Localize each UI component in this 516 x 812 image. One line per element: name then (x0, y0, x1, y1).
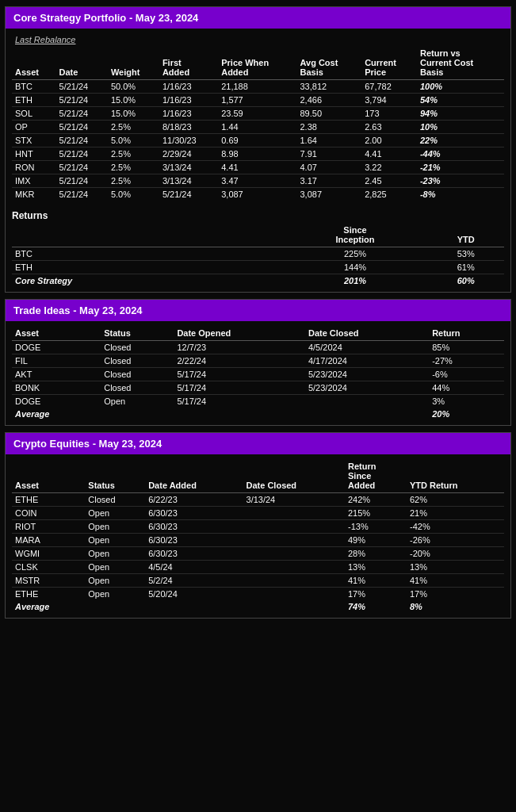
td-ti-date-closed: 4/5/2024 (305, 341, 429, 354)
td-ce-asset: COIN (12, 507, 85, 520)
th-ce-return-since-added: ReturnSinceAdded (345, 459, 407, 493)
td-price-when-added: 1,577 (218, 94, 296, 107)
td-ce-return-since-added: -13% (345, 520, 407, 534)
th-avg-cost-basis: Avg CostBasis (296, 46, 361, 80)
th-ce-asset: Asset (12, 459, 85, 493)
trade-ideas-header: Trade Ideas - May 23, 2024 (6, 300, 510, 321)
core-strategy-title: Core Strategy Portfolio - May 23, 2024 (13, 12, 198, 24)
td-avg-cost-basis: 89.50 (296, 107, 361, 121)
td-ce-date-added: 6/30/23 (145, 547, 243, 561)
td-ce-date-closed (243, 507, 345, 520)
td-weight: 2.5% (108, 147, 159, 161)
td-ytd: 60% (427, 274, 504, 288)
td-price-when-added: 1.44 (218, 121, 296, 134)
th-asset: Asset (12, 46, 56, 80)
td-ce-return-since-added: 17% (345, 588, 407, 601)
td-current-price: 3,794 (361, 94, 417, 107)
table-row: MKR 5/21/24 5.0% 5/21/24 3,087 3,087 2,8… (12, 188, 504, 201)
td-ti-date-opened: 5/17/24 (174, 368, 305, 381)
table-row: CLSK Open 4/5/24 13% 13% (12, 561, 504, 574)
core-strategy-header: Core Strategy Portfolio - May 23, 2024 (6, 7, 510, 29)
returns-row: Core Strategy 201% 60% (12, 274, 504, 288)
td-first-added: 8/18/23 (159, 121, 218, 134)
td-ti-status: Open (101, 395, 174, 408)
table-row: DOGE Open 5/17/24 3% (12, 395, 504, 408)
td-ti-return: 44% (429, 381, 504, 395)
td-ce-date-closed (243, 574, 345, 588)
td-date: 5/21/24 (56, 188, 108, 201)
core-strategy-header-row: Asset Date Weight FirstAdded Price WhenA… (12, 46, 504, 80)
td-ce-asset: WGMI (12, 547, 85, 561)
table-row: WGMI Open 6/30/23 28% -20% (12, 547, 504, 561)
th-since-inception: SinceInception (283, 223, 428, 247)
th-ce-status: Status (85, 459, 145, 493)
td-ce-return-since-added: 13% (345, 561, 407, 574)
core-strategy-table: Asset Date Weight FirstAdded Price WhenA… (12, 46, 504, 201)
td-ti-return: -6% (429, 368, 504, 381)
core-strategy-section: Core Strategy Portfolio - May 23, 2024 L… (5, 6, 511, 293)
th-ti-date-closed: Date Closed (305, 326, 429, 341)
th-date: Date (56, 46, 108, 80)
td-ce-ytd-return: 21% (407, 507, 504, 520)
returns-row: BTC 225% 53% (12, 247, 504, 261)
td-current-price: 4.41 (361, 147, 417, 161)
td-ce-return-since-added: 41% (345, 574, 407, 588)
trade-ideas-section: Trade Ideas - May 23, 2024 Asset Status … (5, 299, 511, 426)
td-first-added: 1/16/23 (159, 94, 218, 107)
td-return: 100% (417, 80, 504, 94)
td-return: 22% (417, 134, 504, 147)
th-ti-date-opened: Date Opened (174, 326, 305, 341)
td-ce-date-added: 6/22/23 (145, 493, 243, 507)
td-ce-return-since-added: 242% (345, 493, 407, 507)
th-ytd: YTD (427, 223, 504, 247)
crypto-equities-average-label: Average (12, 600, 85, 613)
td-current-price: 2,825 (361, 188, 417, 201)
td-ce-date-added: 5/20/24 (145, 588, 243, 601)
crypto-equities-table: Asset Status Date Added Date Closed Retu… (12, 459, 504, 613)
table-row: MSTR Open 5/2/24 41% 41% (12, 574, 504, 588)
td-asset: OP (12, 121, 56, 134)
td-avg-cost-basis: 3,087 (296, 188, 361, 201)
td-avg-cost-basis: 2.38 (296, 121, 361, 134)
td-price-when-added: 21,188 (218, 80, 296, 94)
crypto-equities-avg-ytd-return: 8% (407, 600, 504, 613)
td-ti-avg-empty2 (174, 408, 305, 420)
td-ce-status: Open (85, 507, 145, 520)
td-weight: 2.5% (108, 174, 159, 188)
td-ce-ytd-return: -26% (407, 534, 504, 547)
td-ce-date-closed (243, 534, 345, 547)
td-first-added: 5/21/24 (159, 188, 218, 201)
td-ytd: 53% (427, 247, 504, 261)
td-ti-return: -27% (429, 354, 504, 368)
td-asset: BTC (12, 80, 56, 94)
td-ce-date-closed (243, 520, 345, 534)
td-ti-asset: DOGE (12, 341, 101, 354)
core-strategy-tbody: BTC 5/21/24 50.0% 1/16/23 21,188 33,812 … (12, 80, 504, 201)
td-ti-avg-empty1 (101, 408, 174, 420)
td-ti-avg-empty3 (305, 408, 429, 420)
td-asset: ETH (12, 94, 56, 107)
table-row: STX 5/21/24 5.0% 11/30/23 0.69 1.64 2.00… (12, 134, 504, 147)
td-return: 10% (417, 121, 504, 134)
td-ce-date-added: 6/30/23 (145, 507, 243, 520)
td-weight: 5.0% (108, 134, 159, 147)
td-ce-status: Open (85, 588, 145, 601)
td-ce-return-since-added: 215% (345, 507, 407, 520)
td-ce-status: Closed (85, 493, 145, 507)
td-price-when-added: 4.41 (218, 161, 296, 174)
td-first-added: 1/16/23 (159, 80, 218, 94)
td-price-when-added: 3,087 (218, 188, 296, 201)
crypto-equities-tbody: ETHE Closed 6/22/23 3/13/24 242% 62% COI… (12, 493, 504, 601)
td-weight: 15.0% (108, 107, 159, 121)
trade-ideas-title: Trade Ideas - May 23, 2024 (13, 304, 143, 316)
td-weight: 15.0% (108, 94, 159, 107)
td-current-price: 173 (361, 107, 417, 121)
td-avg-cost-basis: 33,812 (296, 80, 361, 94)
td-ce-avg-empty1 (85, 600, 145, 613)
th-weight: Weight (108, 46, 159, 80)
th-current-price: CurrentPrice (361, 46, 417, 80)
td-avg-cost-basis: 1.64 (296, 134, 361, 147)
table-row: COIN Open 6/30/23 215% 21% (12, 507, 504, 520)
td-asset: SOL (12, 107, 56, 121)
table-row: BONK Closed 5/17/24 5/23/2024 44% (12, 381, 504, 395)
